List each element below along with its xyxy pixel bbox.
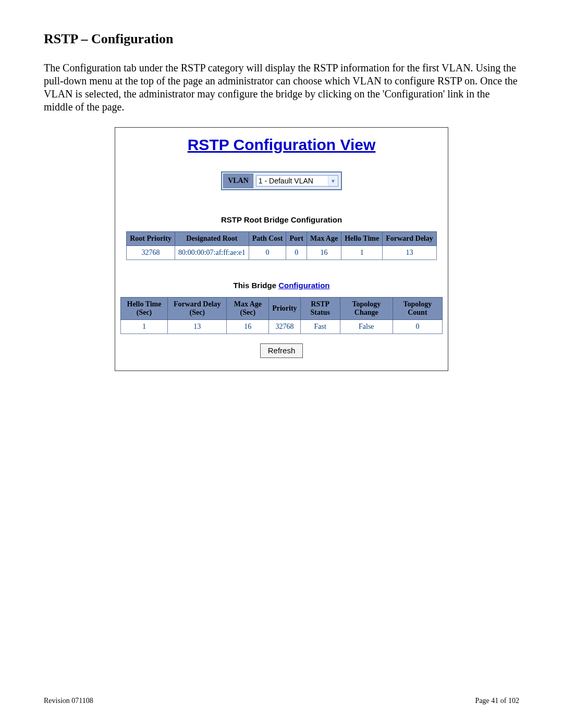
col-header: RSTP Status: [300, 298, 340, 320]
footer-revision: Revision 071108: [44, 697, 93, 705]
vlan-select[interactable]: 1 - Default VLAN ▼: [256, 175, 338, 187]
panel-title: RSTP Configuration View: [120, 136, 443, 154]
intro-paragraph: The Configuration tab under the RSTP cat…: [44, 61, 519, 114]
root-bridge-table: Root Priority Designated Root Path Cost …: [126, 231, 437, 260]
vlan-label: VLAN: [223, 174, 253, 188]
cell: 80:00:00:07:af:ff:ae:e1: [175, 246, 249, 260]
col-header: Topology Count: [393, 298, 442, 320]
page-heading: RSTP – Configuration: [44, 31, 519, 47]
refresh-button[interactable]: Refresh: [260, 343, 303, 358]
col-header: Path Cost: [249, 232, 286, 246]
root-section-title: RSTP Root Bridge Configuration: [120, 215, 443, 224]
col-header: Forward Delay (Sec): [168, 298, 227, 320]
vlan-selector-row: VLAN 1 - Default VLAN ▼: [120, 171, 443, 192]
table-header-row: Root Priority Designated Root Path Cost …: [127, 232, 437, 246]
cell: 16: [227, 320, 269, 334]
footer-page: Page 41 of 102: [475, 697, 519, 705]
cell: False: [340, 320, 393, 334]
col-header: Designated Root: [175, 232, 249, 246]
vlan-select-value: 1 - Default VLAN: [259, 177, 313, 185]
col-header: Port: [286, 232, 307, 246]
table-row: 1 13 16 32768 Fast False 0: [121, 320, 443, 334]
bridge-config-table: Hello Time (Sec) Forward Delay (Sec) Max…: [120, 297, 443, 334]
cell: 0: [393, 320, 442, 334]
col-header: Forward Delay: [383, 232, 437, 246]
cell: 1: [121, 320, 168, 334]
col-header: Hello Time (Sec): [121, 298, 168, 320]
cell: 32768: [127, 246, 175, 260]
cell: 0: [286, 246, 307, 260]
bridge-section-prefix: This Bridge: [233, 281, 278, 290]
col-header: Root Priority: [127, 232, 175, 246]
col-header: Hello Time: [341, 232, 383, 246]
chevron-down-icon: ▼: [328, 176, 338, 186]
cell: 16: [307, 246, 341, 260]
table-row: 32768 80:00:00:07:af:ff:ae:e1 0 0 16 1 1…: [127, 246, 437, 260]
configuration-link[interactable]: Configuration: [278, 281, 329, 290]
cell: Fast: [300, 320, 340, 334]
bridge-section-title: This Bridge Configuration: [120, 281, 443, 290]
cell: 13: [383, 246, 437, 260]
col-header: Max Age: [307, 232, 341, 246]
col-header: Max Age (Sec): [227, 298, 269, 320]
cell: 1: [341, 246, 383, 260]
col-header: Priority: [269, 298, 300, 320]
cell: 32768: [269, 320, 300, 334]
cell: 13: [168, 320, 227, 334]
cell: 0: [249, 246, 286, 260]
rstp-config-panel: RSTP Configuration View VLAN 1 - Default…: [115, 127, 448, 371]
col-header: Topology Change: [340, 298, 393, 320]
table-header-row: Hello Time (Sec) Forward Delay (Sec) Max…: [121, 298, 443, 320]
